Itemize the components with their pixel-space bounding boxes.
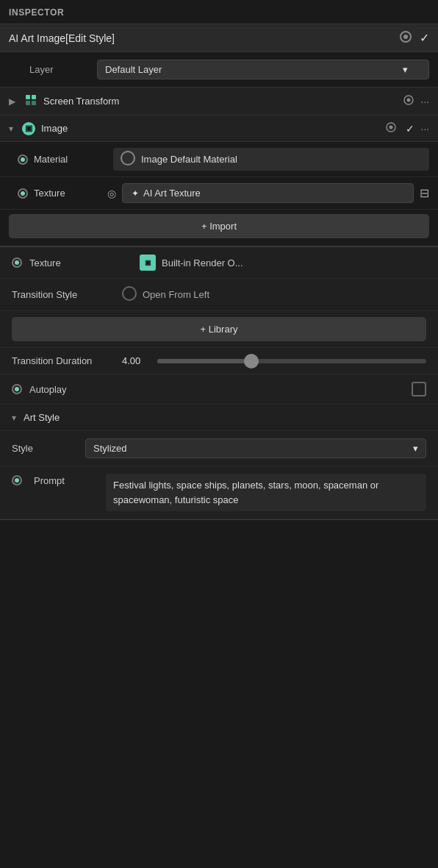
wand-icon: ✦ (132, 188, 139, 199)
material-circle-icon (121, 151, 135, 168)
autoplay-row: Autoplay (0, 374, 438, 405)
image-section[interactable]: ▾ ▣ Image ✓ ··· (0, 115, 438, 142)
art-style-chevron-icon: ▾ (12, 413, 16, 423)
texture-controls: ◎ ✦ AI Art Texture ⊟ (107, 183, 429, 203)
title-bar-icons: ✓ (399, 30, 429, 46)
texture-radio[interactable] (18, 188, 28, 199)
svg-rect-5 (32, 101, 36, 105)
import-button[interactable]: + Import (9, 214, 429, 238)
material-row: Material Image Default Material (0, 142, 438, 177)
material-value-text: Image Default Material (141, 154, 237, 165)
style-dropdown[interactable]: Stylized ▾ (85, 438, 426, 458)
library-row: + Library (0, 311, 438, 348)
material-label: Material (34, 154, 107, 165)
sub-texture-label: Texture (29, 257, 140, 268)
library-button[interactable]: + Library (12, 317, 426, 341)
transition-duration-slider[interactable] (157, 359, 426, 363)
chevron-down-icon: ▾ (403, 64, 408, 75)
prompt-radio[interactable] (12, 475, 22, 485)
screen-transform-label: Screen Transform (43, 96, 397, 107)
svg-rect-2 (26, 95, 30, 99)
screen-transform-section[interactable]: ▶ Screen Transform ··· (0, 88, 438, 115)
svg-rect-4 (26, 101, 30, 105)
autoplay-label: Autoplay (29, 384, 412, 395)
transition-style-value-text: Open From Left (143, 289, 209, 300)
autoplay-radio[interactable] (12, 384, 22, 394)
chevron-right-icon: ▶ (9, 96, 15, 107)
layer-label: Layer (29, 64, 88, 75)
material-radio[interactable] (18, 154, 28, 165)
image-section-label: Image (41, 123, 379, 134)
pin-icon: ◎ (107, 188, 116, 199)
style-chevron-icon: ▾ (413, 443, 418, 454)
prompt-label: Prompt (34, 474, 100, 486)
art-style-section-label: Art Style (24, 412, 60, 423)
ai-texture-button[interactable]: ✦ AI Art Texture (122, 183, 414, 203)
image-section-icon: ▣ (22, 122, 35, 135)
screen-transform-menu-icon[interactable]: ··· (420, 96, 429, 107)
layer-dropdown[interactable]: Default Layer ▾ (97, 60, 429, 79)
style-value: Stylized (93, 443, 127, 454)
transition-duration-value: 4.00 (122, 355, 151, 366)
screen-transform-target-icon (403, 94, 414, 108)
svg-point-1 (403, 35, 408, 39)
prompt-row: Prompt Festival lights, space ships, pla… (0, 466, 438, 519)
style-row: Style Stylized ▾ (0, 431, 438, 466)
sub-texture-row: Texture ▣ Built-in Render O... (0, 247, 438, 279)
screen-transform-icon (24, 93, 37, 109)
circle-target-icon[interactable] (399, 30, 412, 46)
prompt-text[interactable]: Festival lights, space ships, planets, s… (106, 474, 426, 511)
texture-thumb-icon: ▣ (140, 255, 156, 271)
layer-row: Layer Default Layer ▾ (0, 52, 438, 88)
image-check-icon[interactable]: ✓ (406, 123, 414, 135)
material-value-display[interactable]: Image Default Material (113, 148, 429, 171)
material-value: Image Default Material (113, 148, 429, 171)
texture-row: Texture ◎ ✦ AI Art Texture ⊟ (0, 177, 438, 210)
transition-style-row: Transition Style Open From Left (0, 279, 438, 311)
transition-duration-row: Transition Duration 4.00 (0, 348, 438, 374)
transition-style-value[interactable]: Open From Left (122, 286, 209, 303)
svg-point-7 (407, 99, 411, 102)
check-icon[interactable]: ✓ (420, 31, 429, 45)
slider-fill (157, 359, 251, 363)
title-bar: AI Art Image[Edit Style] ✓ (0, 24, 438, 52)
transition-style-label: Transition Style (12, 289, 122, 300)
sub-texture-radio[interactable] (12, 257, 22, 268)
title-bar-label: AI Art Image[Edit Style] (9, 32, 399, 44)
ai-texture-label: AI Art Texture (143, 188, 201, 199)
image-menu-icon[interactable]: ··· (420, 123, 429, 135)
import-row: + Import (0, 210, 438, 246)
sliders-icon[interactable]: ⊟ (420, 186, 429, 200)
sub-texture-value-text: Built-in Render O... (162, 257, 243, 268)
transition-duration-label: Transition Duration (12, 355, 122, 366)
sub-section: Texture ▣ Built-in Render O... Transitio… (0, 247, 438, 520)
art-style-section: ▾ Art Style Style Stylized ▾ Prompt Fest… (0, 405, 438, 519)
autoplay-checkbox[interactable] (412, 382, 426, 396)
slider-thumb[interactable] (244, 354, 259, 369)
art-style-header[interactable]: ▾ Art Style (0, 405, 438, 431)
svg-rect-3 (32, 95, 36, 99)
inspector-header: INSPECTOR (0, 0, 438, 24)
image-target-icon (385, 121, 397, 135)
chevron-down-icon: ▾ (9, 124, 13, 134)
transition-style-circle-icon (122, 286, 137, 303)
sub-texture-value[interactable]: ▣ Built-in Render O... (140, 255, 426, 271)
texture-label: Texture (34, 188, 107, 199)
svg-point-9 (389, 126, 393, 129)
style-label: Style (12, 443, 85, 454)
